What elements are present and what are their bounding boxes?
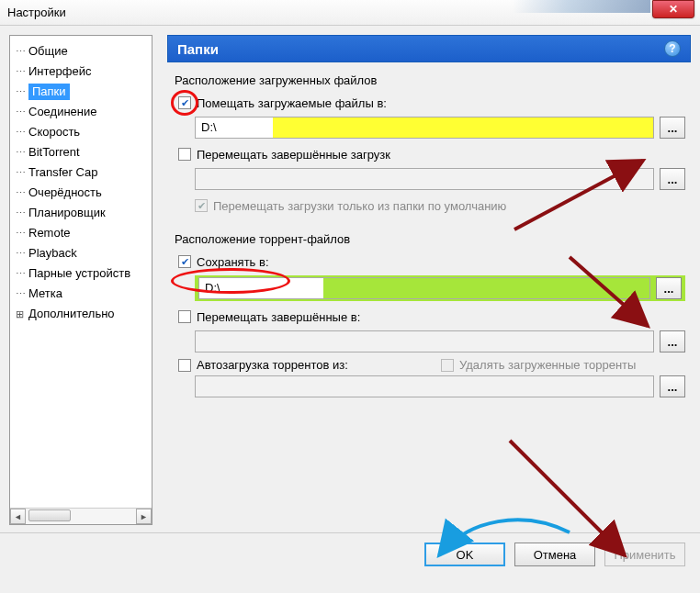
label-autoload: Автозагрузка торрентов из: [197,358,348,372]
label-move-completed: Перемещать завершённые загрузк [197,148,390,162]
row-autoload-path: ... [195,375,685,397]
panel-main: Папки ? Расположение загруженных файлов … [167,35,691,525]
tree-item-remote[interactable]: ⋯Remote [10,223,150,243]
annotation-highlight-yellow [273,117,653,138]
label-save-in: Сохранять в: [197,255,269,269]
arrow-left-icon: ◄ [14,512,22,521]
row-put-downloads-path: D:\ ... [195,117,685,139]
arrow-right-icon: ► [140,512,148,521]
checkbox-autoload[interactable] [178,359,191,372]
scroll-thumb[interactable] [28,509,71,521]
input-autoload-path[interactable] [195,375,654,397]
checkbox-save-in[interactable]: ✔ [178,255,191,268]
checkbox-put-downloads[interactable]: ✔ [178,96,191,109]
input-move-completed-to-path[interactable] [195,330,654,352]
tree-item-paired-devices[interactable]: ⋯Парные устройств [10,263,150,284]
tree-item-transfer-cap[interactable]: ⋯Transfer Cap [10,162,150,183]
window-close-button[interactable]: ✕ [652,0,694,18]
input-put-downloads-path[interactable]: D:\ [195,117,654,139]
dialog-body: ⋯Общие ⋯Интерфейс ⋯Папки ⋯Соединение ⋯Ск… [0,26,700,532]
label-put-downloads: Помещать загружаемые файлы в: [197,96,387,110]
row-autoload: Автозагрузка торрентов из: Удалять загру… [178,358,685,372]
checkbox-move-completed-to[interactable] [178,310,191,323]
tree-item-playback[interactable]: ⋯Playback [10,243,150,263]
browse-save-in[interactable]: ... [656,277,682,299]
settings-tree: ⋯Общие ⋯Интерфейс ⋯Папки ⋯Соединение ⋯Ск… [9,35,152,525]
tree-hscrollbar[interactable]: ◄ ► [10,508,152,524]
tree-item-scheduler[interactable]: ⋯Планировщик [10,203,150,223]
checkbox-move-from-default: ✔ [195,199,208,212]
help-icon[interactable]: ? [664,40,681,57]
tree-item-advanced[interactable]: ⊞Дополнительно [10,304,150,324]
row-move-from-default: ✔ Перемещать загрузки только из папки по… [195,196,685,216]
row-move-completed-to-path: ... [195,330,685,352]
row-move-completed: Перемещать завершённые загрузк [178,144,685,164]
row-move-completed-to: Перемещать завершённые в: [178,307,685,327]
browse-move-completed[interactable]: ... [660,168,685,190]
browse-autoload[interactable]: ... [660,375,685,397]
titlebar: Настройки ✕ [0,0,700,26]
checkbox-delete-loaded [441,359,454,372]
title-decoration [513,0,650,13]
group-downloaded-files-title: Расположение загруженных файлов [175,73,685,87]
dialog-footer: OK Отмена Применить [0,532,700,581]
row-put-downloads: ✔ Помещать загружаемые файлы в: [178,93,685,113]
input-save-in-path[interactable]: D:\ [198,277,650,299]
scroll-left-button[interactable]: ◄ [10,509,26,524]
tree-item-label[interactable]: ⋯Метка [10,284,150,304]
row-move-completed-path: ... [195,168,685,190]
label-move-completed-to: Перемещать завершённые в: [197,310,360,324]
scroll-right-button[interactable]: ► [136,509,152,524]
panel-content: Расположение загруженных файлов ✔ Помеща… [167,62,691,525]
panel-header: Папки ? [167,35,691,62]
browse-move-completed-to[interactable]: ... [660,330,685,352]
checkbox-move-completed[interactable] [178,148,191,161]
input-move-completed-path[interactable] [195,168,654,190]
tree-item-bittorrent[interactable]: ⋯BitTorrent [10,142,150,162]
browse-put-downloads[interactable]: ... [660,117,685,139]
row-save-in: ✔ Сохранять в: [178,252,685,272]
close-icon: ✕ [669,3,678,16]
group-torrent-files-title: Расположение торрент-файлов [175,232,685,246]
annotation-highlight-green [323,278,649,298]
tree-item-connection[interactable]: ⋯Соединение [10,102,150,122]
panel-title: Папки [177,41,219,57]
row-save-in-path: D:\ ... [195,275,685,301]
tree-item-folders[interactable]: ⋯Папки [10,82,150,102]
cancel-button[interactable]: Отмена [514,543,595,566]
tree-list[interactable]: ⋯Общие ⋯Интерфейс ⋯Папки ⋯Соединение ⋯Ск… [10,36,152,508]
window-title: Настройки [7,6,66,19]
tree-item-queue[interactable]: ⋯Очерёдность [10,183,150,203]
label-move-from-default: Перемещать загрузки только из папки по у… [213,199,506,213]
label-delete-loaded: Удалять загруженные торренты [459,358,636,372]
tree-item-interface[interactable]: ⋯Интерфейс [10,62,150,82]
ok-button[interactable]: OK [424,543,505,566]
tree-item-speed[interactable]: ⋯Скорость [10,122,150,142]
apply-button[interactable]: Применить [604,543,685,566]
scroll-track[interactable] [26,509,136,524]
tree-item-general[interactable]: ⋯Общие [10,41,150,62]
